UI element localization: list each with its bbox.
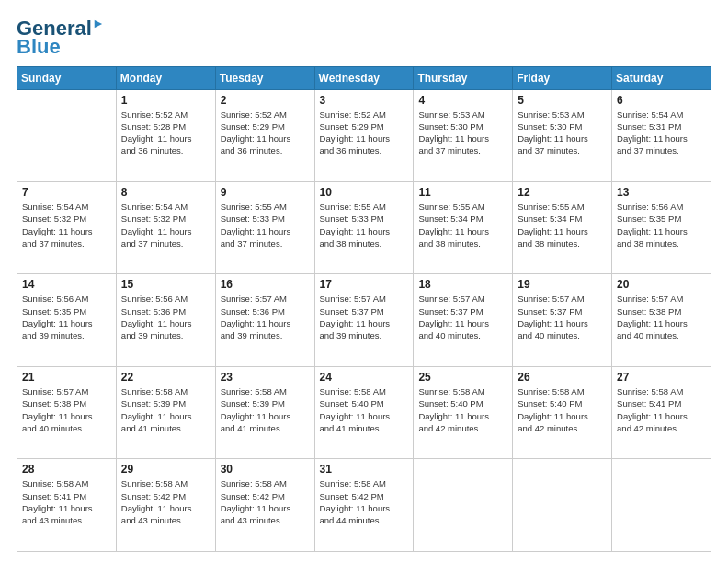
day-number: 10 xyxy=(320,186,409,199)
weekday-header-row: SundayMondayTuesdayWednesdayThursdayFrid… xyxy=(17,66,711,89)
calendar-cell: 31Sunrise: 5:58 AMSunset: 5:42 PMDayligh… xyxy=(314,459,414,552)
calendar-cell: 13Sunrise: 5:56 AMSunset: 5:35 PMDayligh… xyxy=(612,182,711,274)
day-number: 5 xyxy=(518,94,607,107)
day-detail: Sunrise: 5:58 AMSunset: 5:39 PMDaylight:… xyxy=(121,385,210,434)
day-detail: Sunrise: 5:57 AMSunset: 5:38 PMDaylight:… xyxy=(22,385,111,434)
logo: General► Blue xyxy=(17,17,105,57)
day-number: 26 xyxy=(518,371,607,384)
calendar-cell: 18Sunrise: 5:57 AMSunset: 5:37 PMDayligh… xyxy=(414,274,513,366)
day-detail: Sunrise: 5:56 AMSunset: 5:35 PMDaylight:… xyxy=(617,201,706,249)
weekday-header: Tuesday xyxy=(215,66,314,89)
day-detail: Sunrise: 5:52 AMSunset: 5:28 PMDaylight:… xyxy=(121,109,210,157)
calendar-table: SundayMondayTuesdayWednesdayThursdayFrid… xyxy=(17,66,711,552)
page: General► Blue SundayMondayTuesdayWednesd… xyxy=(0,0,728,563)
weekday-header: Saturday xyxy=(612,66,711,89)
calendar-cell: 4Sunrise: 5:53 AMSunset: 5:30 PMDaylight… xyxy=(414,89,513,181)
calendar-cell: 14Sunrise: 5:56 AMSunset: 5:35 PMDayligh… xyxy=(17,274,117,366)
calendar-cell: 3Sunrise: 5:52 AMSunset: 5:29 PMDaylight… xyxy=(314,89,414,181)
day-detail: Sunrise: 5:56 AMSunset: 5:36 PMDaylight:… xyxy=(121,293,210,341)
day-detail: Sunrise: 5:55 AMSunset: 5:33 PMDaylight:… xyxy=(221,201,310,249)
day-number: 3 xyxy=(320,94,409,107)
day-number: 17 xyxy=(320,278,409,291)
weekday-header: Thursday xyxy=(414,66,513,89)
day-number: 15 xyxy=(121,278,210,291)
day-detail: Sunrise: 5:56 AMSunset: 5:35 PMDaylight:… xyxy=(22,293,111,341)
calendar-cell: 11Sunrise: 5:55 AMSunset: 5:34 PMDayligh… xyxy=(414,182,513,274)
day-detail: Sunrise: 5:58 AMSunset: 5:42 PMDaylight:… xyxy=(221,477,310,526)
week-row: 1Sunrise: 5:52 AMSunset: 5:28 PMDaylight… xyxy=(17,89,711,181)
day-number: 21 xyxy=(22,371,111,384)
calendar-cell: 22Sunrise: 5:58 AMSunset: 5:39 PMDayligh… xyxy=(116,366,215,458)
day-detail: Sunrise: 5:52 AMSunset: 5:29 PMDaylight:… xyxy=(320,109,409,157)
day-detail: Sunrise: 5:55 AMSunset: 5:34 PMDaylight:… xyxy=(518,201,607,249)
day-detail: Sunrise: 5:58 AMSunset: 5:41 PMDaylight:… xyxy=(22,477,111,526)
calendar-cell: 10Sunrise: 5:55 AMSunset: 5:33 PMDayligh… xyxy=(314,182,414,274)
day-number: 2 xyxy=(221,94,310,107)
day-detail: Sunrise: 5:57 AMSunset: 5:37 PMDaylight:… xyxy=(418,293,507,341)
calendar-cell: 27Sunrise: 5:58 AMSunset: 5:41 PMDayligh… xyxy=(612,366,711,458)
day-detail: Sunrise: 5:58 AMSunset: 5:42 PMDaylight:… xyxy=(121,477,210,526)
day-number: 9 xyxy=(221,186,310,199)
calendar-cell: 1Sunrise: 5:52 AMSunset: 5:28 PMDaylight… xyxy=(116,89,215,181)
day-number: 20 xyxy=(617,278,706,291)
calendar-cell xyxy=(17,89,117,181)
day-number: 23 xyxy=(221,371,310,384)
day-number: 11 xyxy=(418,186,507,199)
header: General► Blue xyxy=(17,17,711,57)
calendar-cell: 30Sunrise: 5:58 AMSunset: 5:42 PMDayligh… xyxy=(215,459,314,552)
day-number: 16 xyxy=(221,278,310,291)
calendar-cell: 5Sunrise: 5:53 AMSunset: 5:30 PMDaylight… xyxy=(513,89,612,181)
calendar-cell xyxy=(612,459,711,552)
day-detail: Sunrise: 5:52 AMSunset: 5:29 PMDaylight:… xyxy=(221,109,310,157)
day-detail: Sunrise: 5:53 AMSunset: 5:30 PMDaylight:… xyxy=(518,109,607,157)
calendar-cell: 24Sunrise: 5:58 AMSunset: 5:40 PMDayligh… xyxy=(314,366,414,458)
calendar-cell: 12Sunrise: 5:55 AMSunset: 5:34 PMDayligh… xyxy=(513,182,612,274)
day-number: 1 xyxy=(121,94,210,107)
calendar-cell: 23Sunrise: 5:58 AMSunset: 5:39 PMDayligh… xyxy=(215,366,314,458)
calendar-cell: 21Sunrise: 5:57 AMSunset: 5:38 PMDayligh… xyxy=(17,366,117,458)
day-number: 28 xyxy=(22,463,111,476)
day-number: 31 xyxy=(320,463,409,476)
calendar-cell: 9Sunrise: 5:55 AMSunset: 5:33 PMDaylight… xyxy=(215,182,314,274)
day-number: 27 xyxy=(617,371,706,384)
calendar-cell xyxy=(414,459,513,552)
week-row: 28Sunrise: 5:58 AMSunset: 5:41 PMDayligh… xyxy=(17,459,711,552)
calendar-cell: 25Sunrise: 5:58 AMSunset: 5:40 PMDayligh… xyxy=(414,366,513,458)
day-number: 6 xyxy=(617,94,706,107)
day-detail: Sunrise: 5:54 AMSunset: 5:32 PMDaylight:… xyxy=(121,201,210,249)
calendar-cell: 16Sunrise: 5:57 AMSunset: 5:36 PMDayligh… xyxy=(215,274,314,366)
day-detail: Sunrise: 5:58 AMSunset: 5:39 PMDaylight:… xyxy=(221,385,310,434)
day-detail: Sunrise: 5:57 AMSunset: 5:37 PMDaylight:… xyxy=(518,293,607,341)
day-detail: Sunrise: 5:57 AMSunset: 5:38 PMDaylight:… xyxy=(617,293,706,341)
calendar-cell: 20Sunrise: 5:57 AMSunset: 5:38 PMDayligh… xyxy=(612,274,711,366)
logo-blue: Blue xyxy=(17,37,61,57)
weekday-header: Monday xyxy=(116,66,215,89)
day-number: 25 xyxy=(418,371,507,384)
calendar-cell: 26Sunrise: 5:58 AMSunset: 5:40 PMDayligh… xyxy=(513,366,612,458)
day-number: 4 xyxy=(418,94,507,107)
day-number: 13 xyxy=(617,186,706,199)
day-detail: Sunrise: 5:57 AMSunset: 5:37 PMDaylight:… xyxy=(320,293,409,341)
calendar-cell: 2Sunrise: 5:52 AMSunset: 5:29 PMDaylight… xyxy=(215,89,314,181)
weekday-header: Wednesday xyxy=(314,66,414,89)
calendar-cell xyxy=(513,459,612,552)
calendar-cell: 6Sunrise: 5:54 AMSunset: 5:31 PMDaylight… xyxy=(612,89,711,181)
day-detail: Sunrise: 5:58 AMSunset: 5:40 PMDaylight:… xyxy=(418,385,507,434)
weekday-header: Friday xyxy=(513,66,612,89)
day-number: 8 xyxy=(121,186,210,199)
calendar-cell: 17Sunrise: 5:57 AMSunset: 5:37 PMDayligh… xyxy=(314,274,414,366)
day-number: 24 xyxy=(320,371,409,384)
day-detail: Sunrise: 5:55 AMSunset: 5:34 PMDaylight:… xyxy=(418,201,507,249)
day-detail: Sunrise: 5:55 AMSunset: 5:33 PMDaylight:… xyxy=(320,201,409,249)
week-row: 14Sunrise: 5:56 AMSunset: 5:35 PMDayligh… xyxy=(17,274,711,366)
weekday-header: Sunday xyxy=(17,66,117,89)
day-number: 30 xyxy=(221,463,310,476)
day-detail: Sunrise: 5:53 AMSunset: 5:30 PMDaylight:… xyxy=(418,109,507,157)
day-detail: Sunrise: 5:54 AMSunset: 5:31 PMDaylight:… xyxy=(617,109,706,157)
day-detail: Sunrise: 5:58 AMSunset: 5:40 PMDaylight:… xyxy=(320,385,409,434)
day-detail: Sunrise: 5:58 AMSunset: 5:41 PMDaylight:… xyxy=(617,385,706,434)
day-detail: Sunrise: 5:54 AMSunset: 5:32 PMDaylight:… xyxy=(22,201,111,249)
day-number: 18 xyxy=(418,278,507,291)
week-row: 21Sunrise: 5:57 AMSunset: 5:38 PMDayligh… xyxy=(17,366,711,458)
day-number: 14 xyxy=(22,278,111,291)
